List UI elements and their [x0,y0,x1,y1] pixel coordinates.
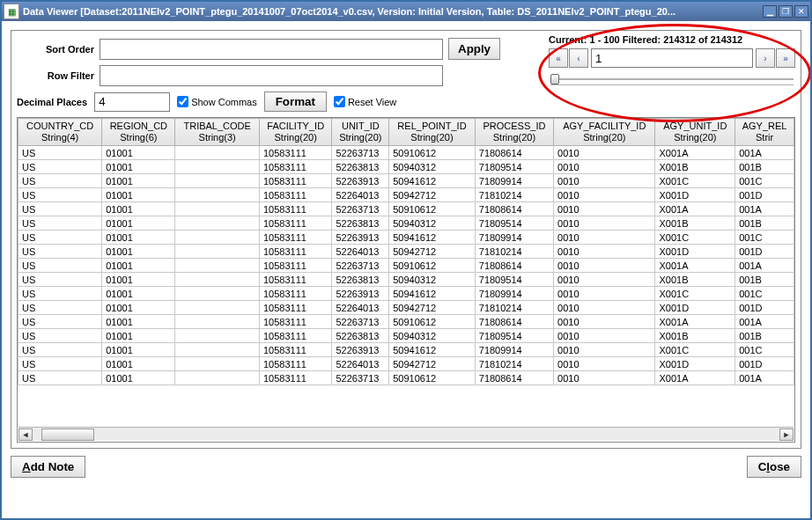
table-cell[interactable]: 001B [735,329,794,343]
table-cell[interactable]: 10583111 [259,315,332,329]
table-cell[interactable]: US [18,343,102,357]
table-cell[interactable]: 10583111 [259,188,332,202]
table-cell[interactable] [175,259,260,273]
table-cell[interactable]: 01001 [102,188,175,202]
table-cell[interactable]: X001B [655,160,735,174]
table-cell[interactable]: 01001 [102,343,175,357]
scroll-left-arrow[interactable]: ◄ [18,428,33,441]
table-cell[interactable]: 0010 [554,273,655,287]
table-cell[interactable] [175,315,260,329]
table-cell[interactable] [175,160,260,174]
table-cell[interactable]: 50940312 [389,216,476,231]
slider-thumb[interactable] [550,74,559,84]
table-cell[interactable]: 50910612 [389,202,476,216]
table-cell[interactable]: US [18,301,102,315]
decimal-places-input[interactable] [94,92,170,112]
table-cell[interactable]: 01001 [102,202,175,216]
table-cell[interactable] [175,216,260,231]
table-cell[interactable]: X001D [655,301,735,315]
table-cell[interactable]: 10583111 [259,216,332,231]
table-cell[interactable]: 71809914 [475,231,553,245]
table-cell[interactable]: 001A [735,259,794,273]
table-row[interactable]: US01001105831115226391350941612718099140… [18,343,794,357]
table-cell[interactable]: 52263913 [332,287,389,301]
table-row[interactable]: US01001105831115226401350942712718102140… [18,188,794,202]
table-cell[interactable]: 52264013 [332,188,389,202]
next-page-button[interactable]: › [756,48,775,68]
table-cell[interactable]: 01001 [102,273,175,287]
table-cell[interactable]: 52263713 [332,146,389,160]
table-cell[interactable]: 52263913 [332,174,389,188]
table-row[interactable]: US01001105831115226371350910612718086140… [18,315,794,329]
table-row[interactable]: US01001105831115226371350910612718086140… [18,371,794,385]
table-cell[interactable]: 71809914 [475,287,553,301]
table-cell[interactable]: 01001 [102,357,175,371]
table-cell[interactable] [175,371,260,385]
table-cell[interactable]: 0010 [554,188,655,202]
table-cell[interactable]: 71810214 [475,301,553,315]
table-cell[interactable]: 01001 [102,216,175,231]
table-cell[interactable]: 50942712 [389,357,476,371]
table-cell[interactable]: 0010 [554,259,655,273]
table-cell[interactable]: 71809914 [475,343,553,357]
table-cell[interactable]: US [18,287,102,301]
table-cell[interactable]: 0010 [554,343,655,357]
table-cell[interactable]: US [18,216,102,231]
table-cell[interactable]: 0010 [554,371,655,385]
table-cell[interactable]: X001B [655,329,735,343]
table-cell[interactable] [175,357,260,371]
table-cell[interactable]: 10583111 [259,160,332,174]
table-cell[interactable]: 0010 [554,301,655,315]
table-cell[interactable]: 01001 [102,301,175,315]
table-cell[interactable]: X001D [655,357,735,371]
column-header[interactable]: PROCESS_IDString(20) [475,119,553,146]
table-row[interactable]: US01001105831115226381350940312718095140… [18,160,794,174]
table-cell[interactable]: 52264013 [332,357,389,371]
column-header[interactable]: AGY_FACILITY_IDString(20) [554,119,655,146]
table-row[interactable]: US01001105831115226371350910612718086140… [18,202,794,216]
page-number-input[interactable] [591,48,753,68]
table-cell[interactable]: 001A [735,146,794,160]
table-row[interactable]: US01001105831115226381350940312718095140… [18,329,794,343]
table-cell[interactable]: X001C [655,287,735,301]
table-cell[interactable]: 10583111 [259,301,332,315]
table-cell[interactable]: 001A [735,315,794,329]
table-row[interactable]: US01001105831115226391350941612718099140… [18,174,794,188]
table-cell[interactable]: 001C [735,343,794,357]
table-cell[interactable] [175,301,260,315]
column-header[interactable]: FACILITY_IDString(20) [259,119,332,146]
table-cell[interactable]: 50941612 [389,174,476,188]
scroll-track[interactable] [33,428,779,441]
table-cell[interactable]: 71810214 [475,357,553,371]
table-cell[interactable]: X001B [655,216,735,231]
table-cell[interactable]: 52263813 [332,216,389,231]
table-row[interactable]: US01001105831115226391350941612718099140… [18,231,794,245]
table-cell[interactable]: 50940312 [389,160,476,174]
table-cell[interactable]: 52263813 [332,329,389,343]
table-cell[interactable]: 52263713 [332,315,389,329]
table-cell[interactable] [175,343,260,357]
table-cell[interactable]: US [18,357,102,371]
table-cell[interactable]: US [18,174,102,188]
table-cell[interactable]: 50910612 [389,315,476,329]
table-cell[interactable]: X001A [655,371,735,385]
column-header[interactable]: AGY_UNIT_IDString(20) [655,119,735,146]
table-cell[interactable]: 52263713 [332,371,389,385]
table-cell[interactable]: 001C [735,174,794,188]
table-cell[interactable]: 01001 [102,259,175,273]
table-cell[interactable]: 0010 [554,315,655,329]
table-cell[interactable]: 71809514 [475,329,553,343]
table-cell[interactable] [175,329,260,343]
table-cell[interactable]: 71808614 [475,146,553,160]
table-cell[interactable]: US [18,245,102,259]
table-row[interactable]: US01001105831115226381350940312718095140… [18,273,794,287]
table-cell[interactable]: 71809514 [475,273,553,287]
table-cell[interactable]: 50941612 [389,287,476,301]
table-cell[interactable]: US [18,202,102,216]
table-cell[interactable]: 50910612 [389,371,476,385]
table-cell[interactable]: 71810214 [475,245,553,259]
table-cell[interactable]: X001A [655,259,735,273]
table-cell[interactable]: 001C [735,231,794,245]
table-row[interactable]: US01001105831115226401350942712718102140… [18,301,794,315]
format-button[interactable]: Format [264,92,327,112]
